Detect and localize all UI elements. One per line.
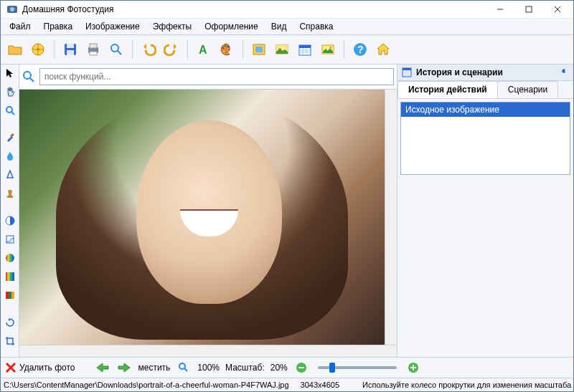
collage-button[interactable] [272, 39, 292, 59]
menubar: Файл Правка Изображение Эффекты Оформлен… [1, 19, 573, 35]
zoom-slider-thumb[interactable] [329, 363, 335, 373]
svg-rect-15 [90, 52, 97, 55]
zoom-tool[interactable] [3, 103, 17, 118]
svg-rect-3 [526, 6, 532, 12]
fit-label[interactable]: местить [138, 363, 170, 373]
svg-rect-12 [67, 50, 74, 55]
brush-tool[interactable] [3, 130, 17, 145]
redo-button[interactable] [161, 39, 182, 59]
minimize-button[interactable] [486, 2, 514, 16]
channels-tool[interactable] [3, 288, 17, 302]
undo-button[interactable] [138, 39, 159, 59]
zoom-out-button[interactable] [293, 360, 309, 376]
sharpen-tool[interactable] [3, 168, 17, 182]
svg-rect-42 [7, 196, 13, 198]
scale-label: Масштаб: [225, 363, 265, 373]
panel-icon [402, 67, 412, 77]
crop-tool[interactable] [3, 334, 17, 348]
svg-point-36 [330, 47, 332, 49]
zoom-slider[interactable] [318, 366, 397, 369]
text-tool-button[interactable]: A [194, 39, 214, 59]
hand-tool[interactable] [3, 85, 17, 99]
vertical-scrollbar[interactable] [385, 90, 397, 345]
color-tool[interactable] [3, 269, 17, 284]
svg-point-21 [227, 46, 230, 48]
catalog-button[interactable] [28, 39, 48, 59]
next-image-button[interactable] [116, 360, 132, 376]
contrast-tool[interactable] [3, 214, 17, 228]
history-list[interactable]: Исходное изображение [400, 102, 570, 175]
svg-rect-51 [11, 292, 14, 299]
status-hint: Используйте колесо прокрутки для изменен… [362, 381, 571, 389]
postcard-button[interactable] [318, 39, 338, 59]
svg-rect-64 [413, 365, 414, 371]
svg-rect-49 [6, 292, 9, 299]
svg-line-53 [30, 78, 34, 82]
menu-design[interactable]: Оформление [199, 20, 263, 33]
tab-scenarios[interactable]: Сценарии [497, 81, 558, 98]
frame-button[interactable] [249, 39, 269, 59]
tab-history[interactable]: История действий [397, 81, 498, 98]
home-button[interactable] [373, 39, 393, 59]
svg-rect-11 [67, 44, 74, 48]
image-canvas[interactable] [19, 90, 385, 345]
menu-help[interactable]: Справка [293, 20, 339, 33]
svg-rect-50 [9, 292, 11, 299]
pin-icon[interactable] [559, 67, 569, 77]
help-button[interactable]: ? [350, 39, 370, 59]
save-button[interactable] [60, 39, 80, 59]
svg-rect-24 [255, 47, 263, 52]
svg-point-52 [24, 72, 31, 79]
svg-line-17 [118, 51, 121, 54]
menu-file[interactable]: Файл [4, 20, 37, 33]
maximize-button[interactable] [514, 2, 543, 16]
prev-image-button[interactable] [95, 360, 110, 376]
calendar-button[interactable] [295, 39, 315, 59]
levels-tool[interactable] [3, 232, 17, 247]
find-button[interactable] [106, 39, 126, 59]
zoom-100-label: 100% [197, 363, 220, 373]
search-icon [22, 70, 35, 83]
svg-rect-48 [6, 272, 14, 281]
horizontal-scrollbar[interactable] [19, 345, 397, 357]
menu-image[interactable]: Изображение [80, 20, 146, 33]
app-icon [6, 4, 18, 15]
search-input[interactable] [39, 68, 394, 85]
svg-rect-14 [90, 44, 97, 48]
svg-point-47 [6, 254, 14, 262]
titlebar: Домашняя Фотостудия [1, 1, 573, 19]
panel-title: История и сценарии [416, 67, 503, 77]
menu-effects[interactable]: Эффекты [147, 20, 198, 33]
bottom-bar: Удалить фото местить 100% Масштаб: 20% [1, 357, 573, 378]
tool-sidebar [1, 64, 19, 357]
svg-rect-29 [299, 45, 311, 48]
svg-point-22 [223, 51, 225, 53]
history-panel: История и сценарии История действий Сцен… [397, 64, 573, 357]
statusbar: C:\Users\ContentManager\Downloads\portra… [1, 378, 573, 391]
svg-rect-55 [403, 68, 411, 70]
svg-point-1 [10, 7, 14, 11]
open-button[interactable] [5, 39, 25, 59]
close-button[interactable] [543, 2, 572, 16]
stamp-tool[interactable] [3, 186, 17, 201]
droplet-tool[interactable] [3, 149, 17, 163]
palette-button[interactable] [217, 39, 237, 59]
print-button[interactable] [83, 39, 103, 59]
svg-point-20 [225, 45, 227, 47]
hue-tool[interactable] [3, 251, 17, 265]
pointer-tool[interactable] [3, 66, 17, 80]
zoom-100-button[interactable] [176, 360, 192, 376]
menu-edit[interactable]: Правка [38, 20, 79, 33]
delete-photo-button[interactable]: Удалить фото [5, 362, 75, 373]
svg-rect-61 [298, 367, 304, 368]
history-item[interactable]: Исходное изображение [401, 102, 570, 117]
zoom-in-button[interactable] [405, 360, 421, 376]
scale-value: 20% [270, 363, 288, 373]
svg-point-16 [111, 44, 118, 52]
delete-photo-label: Удалить фото [19, 363, 75, 373]
rotate-tool[interactable] [3, 315, 17, 330]
status-filepath: C:\Users\ContentManager\Downloads\portra… [4, 381, 289, 389]
svg-point-58 [179, 363, 185, 369]
svg-point-19 [222, 47, 225, 49]
menu-view[interactable]: Вид [265, 20, 293, 33]
